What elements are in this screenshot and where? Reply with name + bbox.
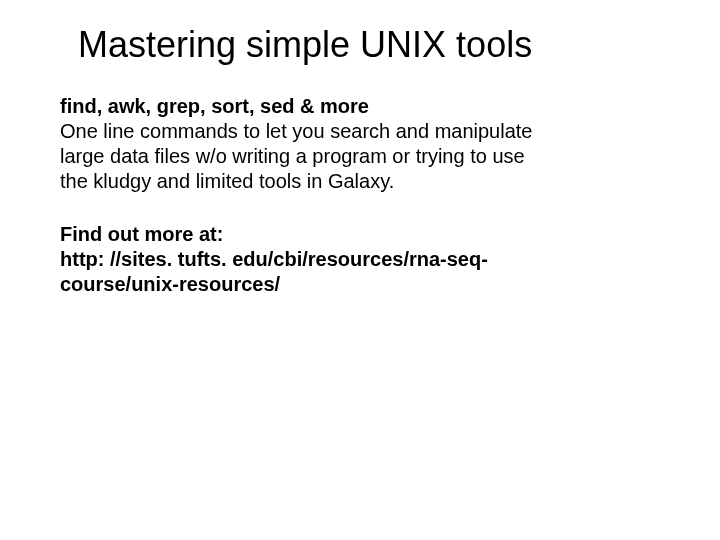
more-info-url: http: //sites. tufts. edu/cbi/resources/…: [60, 248, 488, 295]
more-info-block: Find out more at: http: //sites. tufts. …: [60, 222, 540, 297]
tools-list: find, awk, grep, sort, sed & more: [60, 95, 369, 117]
slide-title: Mastering simple UNIX tools: [78, 24, 660, 66]
intro-block: find, awk, grep, sort, sed & more One li…: [60, 94, 540, 194]
intro-description: One line commands to let you search and …: [60, 120, 533, 192]
more-info-label: Find out more at:: [60, 223, 223, 245]
